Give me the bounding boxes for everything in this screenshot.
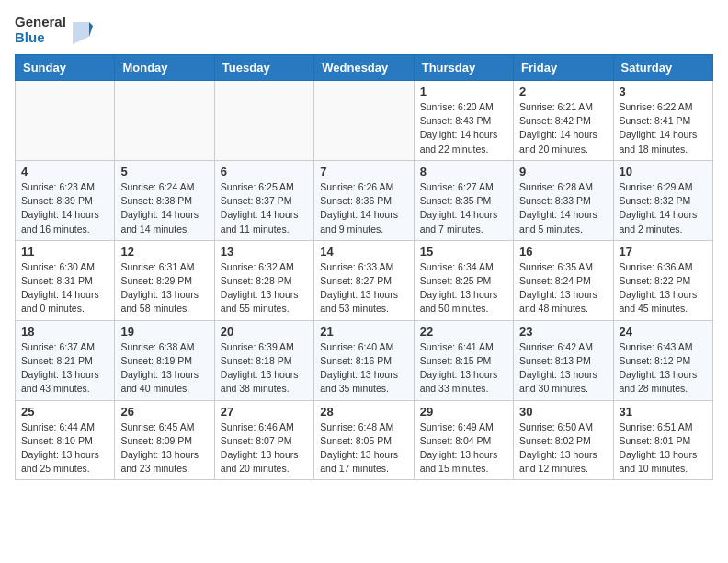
- calendar-cell: 14Sunrise: 6:33 AMSunset: 8:27 PMDayligh…: [314, 240, 414, 320]
- day-info: Sunrise: 6:42 AMSunset: 8:13 PMDaylight:…: [519, 340, 607, 396]
- day-info: Sunrise: 6:32 AMSunset: 8:28 PMDaylight:…: [221, 260, 308, 316]
- calendar-header-row: SundayMondayTuesdayWednesdayThursdayFrid…: [16, 55, 713, 81]
- day-number: 14: [320, 245, 407, 259]
- calendar-cell: 9Sunrise: 6:28 AMSunset: 8:33 PMDaylight…: [514, 160, 613, 240]
- day-number: 11: [21, 245, 108, 259]
- calendar-cell: [115, 81, 214, 161]
- day-info: Sunrise: 6:30 AMSunset: 8:31 PMDaylight:…: [21, 260, 108, 316]
- day-info: Sunrise: 6:39 AMSunset: 8:18 PMDaylight:…: [221, 340, 308, 396]
- day-info: Sunrise: 6:24 AMSunset: 8:38 PMDaylight:…: [120, 180, 208, 236]
- calendar-cell: 29Sunrise: 6:49 AMSunset: 8:04 PMDayligh…: [414, 400, 513, 480]
- calendar-cell: 4Sunrise: 6:23 AMSunset: 8:39 PMDaylight…: [16, 160, 115, 240]
- calendar-cell: 18Sunrise: 6:37 AMSunset: 8:21 PMDayligh…: [16, 320, 115, 400]
- calendar-cell: 27Sunrise: 6:46 AMSunset: 8:07 PMDayligh…: [214, 400, 313, 480]
- calendar-cell: 24Sunrise: 6:43 AMSunset: 8:12 PMDayligh…: [613, 320, 712, 400]
- calendar-cell: 28Sunrise: 6:48 AMSunset: 8:05 PMDayligh…: [314, 400, 414, 480]
- calendar-cell: 20Sunrise: 6:39 AMSunset: 8:18 PMDayligh…: [214, 320, 313, 400]
- svg-marker-0: [73, 22, 89, 44]
- calendar-cell: 16Sunrise: 6:35 AMSunset: 8:24 PMDayligh…: [514, 240, 613, 320]
- day-number: 7: [320, 165, 407, 178]
- day-info: Sunrise: 6:29 AMSunset: 8:32 PMDaylight:…: [620, 180, 707, 236]
- calendar-cell: [314, 81, 414, 161]
- day-info: Sunrise: 6:51 AMSunset: 8:01 PMDaylight:…: [620, 420, 707, 477]
- day-number: 2: [519, 85, 607, 98]
- day-number: 12: [120, 245, 208, 259]
- day-number: 10: [620, 165, 707, 178]
- day-info: Sunrise: 6:41 AMSunset: 8:15 PMDaylight:…: [420, 340, 507, 396]
- calendar-cell: 25Sunrise: 6:44 AMSunset: 8:10 PMDayligh…: [16, 400, 115, 480]
- calendar-cell: 22Sunrise: 6:41 AMSunset: 8:15 PMDayligh…: [414, 320, 513, 400]
- day-info: Sunrise: 6:49 AMSunset: 8:04 PMDaylight:…: [420, 420, 507, 477]
- day-info: Sunrise: 6:20 AMSunset: 8:43 PMDaylight:…: [420, 100, 507, 156]
- calendar-cell: 10Sunrise: 6:29 AMSunset: 8:32 PMDayligh…: [613, 160, 712, 240]
- day-info: Sunrise: 6:26 AMSunset: 8:36 PMDaylight:…: [320, 180, 407, 236]
- logo: General Blue: [15, 15, 93, 45]
- day-info: Sunrise: 6:34 AMSunset: 8:25 PMDaylight:…: [420, 260, 507, 316]
- calendar-cell: 21Sunrise: 6:40 AMSunset: 8:16 PMDayligh…: [314, 320, 414, 400]
- calendar-cell: 8Sunrise: 6:27 AMSunset: 8:35 PMDaylight…: [414, 160, 513, 240]
- day-number: 17: [620, 245, 707, 259]
- calendar: SundayMondayTuesdayWednesdayThursdayFrid…: [15, 54, 713, 480]
- calendar-cell: 15Sunrise: 6:34 AMSunset: 8:25 PMDayligh…: [414, 240, 513, 320]
- day-info: Sunrise: 6:27 AMSunset: 8:35 PMDaylight:…: [420, 180, 507, 236]
- day-number: 31: [620, 405, 707, 419]
- day-info: Sunrise: 6:28 AMSunset: 8:33 PMDaylight:…: [519, 180, 607, 236]
- day-number: 27: [221, 405, 308, 419]
- logo-general: General: [15, 15, 66, 30]
- day-number: 22: [420, 325, 507, 339]
- calendar-cell: 6Sunrise: 6:25 AMSunset: 8:37 PMDaylight…: [214, 160, 313, 240]
- calendar-cell: 26Sunrise: 6:45 AMSunset: 8:09 PMDayligh…: [115, 400, 214, 480]
- day-number: 5: [120, 165, 208, 178]
- calendar-cell: 7Sunrise: 6:26 AMSunset: 8:36 PMDaylight…: [314, 160, 414, 240]
- day-info: Sunrise: 6:22 AMSunset: 8:41 PMDaylight:…: [620, 100, 707, 156]
- calendar-cell: 17Sunrise: 6:36 AMSunset: 8:22 PMDayligh…: [613, 240, 712, 320]
- svg-marker-1: [89, 22, 93, 37]
- day-info: Sunrise: 6:46 AMSunset: 8:07 PMDaylight:…: [221, 420, 308, 477]
- day-number: 16: [519, 245, 607, 259]
- day-of-week-header: Saturday: [613, 55, 712, 81]
- day-info: Sunrise: 6:21 AMSunset: 8:42 PMDaylight:…: [519, 100, 607, 156]
- calendar-cell: 2Sunrise: 6:21 AMSunset: 8:42 PMDaylight…: [514, 81, 613, 161]
- day-number: 4: [21, 165, 108, 178]
- day-of-week-header: Monday: [115, 55, 214, 81]
- calendar-week-row: 11Sunrise: 6:30 AMSunset: 8:31 PMDayligh…: [16, 240, 713, 320]
- calendar-cell: 31Sunrise: 6:51 AMSunset: 8:01 PMDayligh…: [613, 400, 712, 480]
- calendar-cell: 30Sunrise: 6:50 AMSunset: 8:02 PMDayligh…: [514, 400, 613, 480]
- day-info: Sunrise: 6:25 AMSunset: 8:37 PMDaylight:…: [221, 180, 308, 236]
- day-info: Sunrise: 6:48 AMSunset: 8:05 PMDaylight:…: [320, 420, 407, 477]
- day-info: Sunrise: 6:23 AMSunset: 8:39 PMDaylight:…: [21, 180, 108, 236]
- calendar-week-row: 1Sunrise: 6:20 AMSunset: 8:43 PMDaylight…: [16, 81, 713, 161]
- calendar-week-row: 25Sunrise: 6:44 AMSunset: 8:10 PMDayligh…: [16, 400, 713, 480]
- logo-blue: Blue: [15, 30, 66, 46]
- day-number: 29: [420, 405, 507, 419]
- calendar-cell: 19Sunrise: 6:38 AMSunset: 8:19 PMDayligh…: [115, 320, 214, 400]
- calendar-week-row: 18Sunrise: 6:37 AMSunset: 8:21 PMDayligh…: [16, 320, 713, 400]
- calendar-cell: 12Sunrise: 6:31 AMSunset: 8:29 PMDayligh…: [115, 240, 214, 320]
- header: General Blue: [15, 15, 713, 45]
- day-number: 9: [519, 165, 607, 178]
- calendar-cell: 23Sunrise: 6:42 AMSunset: 8:13 PMDayligh…: [514, 320, 613, 400]
- day-of-week-header: Tuesday: [214, 55, 313, 81]
- logo-wordmark: General Blue: [15, 15, 66, 45]
- day-info: Sunrise: 6:44 AMSunset: 8:10 PMDaylight:…: [21, 420, 108, 477]
- day-info: Sunrise: 6:35 AMSunset: 8:24 PMDaylight:…: [519, 260, 607, 316]
- day-info: Sunrise: 6:50 AMSunset: 8:02 PMDaylight:…: [519, 420, 607, 477]
- calendar-week-row: 4Sunrise: 6:23 AMSunset: 8:39 PMDaylight…: [16, 160, 713, 240]
- day-number: 23: [519, 325, 607, 339]
- day-of-week-header: Friday: [514, 55, 613, 81]
- calendar-cell: 11Sunrise: 6:30 AMSunset: 8:31 PMDayligh…: [16, 240, 115, 320]
- day-number: 20: [221, 325, 308, 339]
- calendar-cell: 1Sunrise: 6:20 AMSunset: 8:43 PMDaylight…: [414, 81, 513, 161]
- day-number: 21: [320, 325, 407, 339]
- day-info: Sunrise: 6:38 AMSunset: 8:19 PMDaylight:…: [120, 340, 208, 396]
- day-of-week-header: Thursday: [414, 55, 513, 81]
- day-number: 1: [420, 85, 507, 98]
- day-number: 18: [21, 325, 108, 339]
- day-number: 19: [120, 325, 208, 339]
- day-info: Sunrise: 6:37 AMSunset: 8:21 PMDaylight:…: [21, 340, 108, 396]
- day-number: 13: [221, 245, 308, 259]
- day-number: 24: [620, 325, 707, 339]
- day-number: 28: [320, 405, 407, 419]
- calendar-cell: 5Sunrise: 6:24 AMSunset: 8:38 PMDaylight…: [115, 160, 214, 240]
- day-of-week-header: Sunday: [16, 55, 115, 81]
